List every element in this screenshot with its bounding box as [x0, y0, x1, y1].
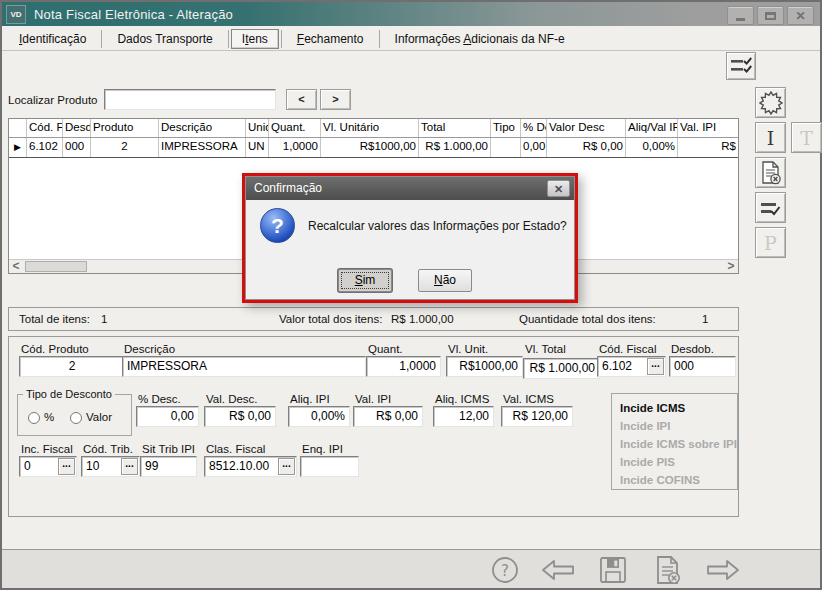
cell-desdobramento[interactable]: 000 [63, 138, 91, 157]
special-action-button[interactable] [755, 87, 786, 118]
grid-header-val-ipi[interactable]: Val. IPI [678, 119, 738, 137]
tab-bar: Identificação Dados Transporte Itens Fec… [6, 28, 578, 49]
grid-header-aliq-val-ipi[interactable]: Aliq/Val IP [626, 119, 678, 137]
incide-cofins-item[interactable]: Incide COFINS [620, 471, 737, 489]
quant-label: Quant. [368, 343, 403, 355]
cell-total[interactable]: R$ 1.000,00 [419, 138, 491, 157]
grid-header-total[interactable]: Total [419, 119, 491, 137]
cell-val-ipi[interactable]: R$ [678, 138, 738, 157]
help-icon: ? [490, 555, 520, 585]
incide-icms-sobre-ipi-item[interactable]: Incide ICMS sobre IPI [620, 435, 737, 453]
grid-header-pct-desc[interactable]: % De [521, 119, 547, 137]
desconto-valor-radio[interactable] [70, 412, 82, 424]
scrollbar-thumb[interactable] [25, 261, 87, 272]
cancel-record-button[interactable] [651, 553, 685, 587]
grid-header-desdobramento[interactable]: Desd [63, 119, 91, 137]
cell-descricao[interactable]: IMPRESSORA [159, 138, 246, 157]
dialog-close-button[interactable]: ✕ [547, 180, 570, 197]
lines-check-icon [759, 198, 782, 218]
minimize-button[interactable] [727, 6, 754, 25]
desconto-valor-label[interactable]: Valor [86, 411, 112, 423]
quant-field[interactable]: 1,0000 [366, 356, 441, 377]
dialog-title-bar: Confirmação [246, 177, 574, 200]
cell-aliq-val-ipi[interactable]: 0,00% [626, 138, 678, 157]
desdob-field[interactable]: 000 [669, 356, 736, 377]
previous-record-button[interactable] [541, 553, 575, 587]
locate-product-input[interactable] [104, 89, 276, 110]
cell-unidade[interactable]: UN [246, 138, 269, 157]
grid-header-valor-desc[interactable]: Valor Desc [547, 119, 626, 137]
cell-tipo[interactable] [491, 138, 521, 157]
clas-fiscal-label: Clas. Fiscal [206, 443, 265, 455]
no-button[interactable]: Não [418, 269, 472, 292]
grid-header-cod-fiscal[interactable]: Cód. F [27, 119, 63, 137]
cell-cod-fiscal[interactable]: 6.102 [27, 138, 63, 157]
sit-trib-ipi-field[interactable]: 99 [140, 456, 197, 477]
clas-fiscal-field[interactable]: 8512.10.00... [204, 456, 297, 477]
val-desc-field[interactable]: R$ 0,00 [204, 406, 276, 427]
enq-ipi-field[interactable] [300, 456, 359, 477]
cell-vl-unitario[interactable]: R$1000,00 [321, 138, 419, 157]
total-items-value: 1 [101, 313, 107, 325]
cod-trib-field[interactable]: 10... [81, 456, 140, 477]
bottom-toolbar [2, 550, 820, 588]
descricao-field[interactable]: IMPRESSORA [122, 356, 366, 377]
yes-button[interactable]: Sim [338, 269, 392, 292]
grid-header-tipo[interactable]: Tipo [491, 119, 521, 137]
app-window: VD Nota Fiscal Eletrônica - Alteração ✕ … [0, 0, 822, 590]
confirm-list-button[interactable] [755, 192, 786, 223]
incide-ipi-item[interactable]: Incide IPI [620, 417, 737, 435]
cod-produto-field[interactable]: 2 [19, 356, 125, 377]
desconto-percent-label[interactable]: % [44, 411, 54, 423]
grid-data-row[interactable]: ▶ 6.102 000 2 IMPRESSORA UN 1,0000 R$100… [9, 138, 738, 158]
val-ipi-field[interactable]: R$ 0,00 [353, 406, 423, 427]
aliq-icms-field[interactable]: 12,00 [433, 406, 494, 427]
close-icon: ✕ [554, 183, 563, 195]
tab-informacoes-adicionais[interactable]: Informações Adicionais da NF-e [382, 30, 578, 48]
remove-document-button[interactable] [755, 157, 786, 188]
recalculate-items-button[interactable] [726, 52, 756, 80]
cell-valor-desc[interactable]: R$ 0,00 [547, 138, 626, 157]
grid-header-produto[interactable]: Produto [91, 119, 159, 137]
previous-item-button[interactable]: < [286, 89, 317, 110]
incide-icms-item[interactable]: Incide ICMS [620, 399, 737, 417]
help-button[interactable]: ? [488, 553, 522, 587]
cod-trib-lookup-icon[interactable]: ... [121, 458, 138, 475]
tab-underline [2, 50, 820, 51]
grid-header-descricao[interactable]: Descrição [159, 119, 246, 137]
val-icms-field[interactable]: R$ 120,00 [501, 406, 573, 427]
cell-pct-desc[interactable]: 0,00 [521, 138, 547, 157]
save-button[interactable] [596, 553, 630, 587]
maximize-icon [765, 12, 776, 20]
cell-produto[interactable]: 2 [91, 138, 159, 157]
clas-fiscal-lookup-icon[interactable]: ... [278, 458, 295, 475]
cod-fiscal-field[interactable]: 6.102... [597, 356, 666, 377]
next-item-button[interactable]: > [320, 89, 351, 110]
close-button[interactable]: ✕ [787, 6, 814, 25]
tab-itens[interactable]: Itens [231, 29, 279, 49]
cell-quantidade[interactable]: 1,0000 [269, 138, 321, 157]
grid-header-vl-unitario[interactable]: Vl. Unitário [321, 119, 419, 137]
next-record-button[interactable] [706, 553, 740, 587]
inc-fiscal-field[interactable]: 0... [19, 456, 77, 477]
incide-pis-item[interactable]: Incide PIS [620, 453, 737, 471]
tab-fechamento[interactable]: Fechamento [284, 30, 377, 48]
grid-header-unidade[interactable]: Unid [246, 119, 269, 137]
tab-identificacao[interactable]: Identificação [6, 30, 99, 48]
cod-fiscal-lookup-icon[interactable]: ... [647, 358, 664, 375]
vl-total-field[interactable]: R$ 1.000,00 [523, 358, 600, 379]
pct-desc-field[interactable]: 0,00 [136, 406, 199, 427]
vl-unit-field[interactable]: R$1000,00 [446, 356, 523, 377]
val-icms-label: Val. ICMS [503, 393, 554, 405]
grid-header-quantidade[interactable]: Quant. [269, 119, 321, 137]
aliq-ipi-field[interactable]: 0,00% [288, 406, 350, 427]
maximize-button[interactable] [757, 6, 784, 25]
italic-info-button[interactable]: I [755, 122, 786, 153]
tab-dados-transporte[interactable]: Dados Transporte [104, 30, 225, 48]
incidencia-listbox[interactable]: Incide ICMS Incide IPI Incide ICMS sobre… [611, 393, 738, 490]
letter-p-icon: P [764, 232, 777, 254]
scroll-left-icon[interactable]: < [9, 260, 23, 273]
desconto-percent-radio[interactable] [28, 412, 40, 424]
scroll-right-icon[interactable]: > [724, 260, 738, 273]
inc-fiscal-lookup-icon[interactable]: ... [58, 458, 75, 475]
